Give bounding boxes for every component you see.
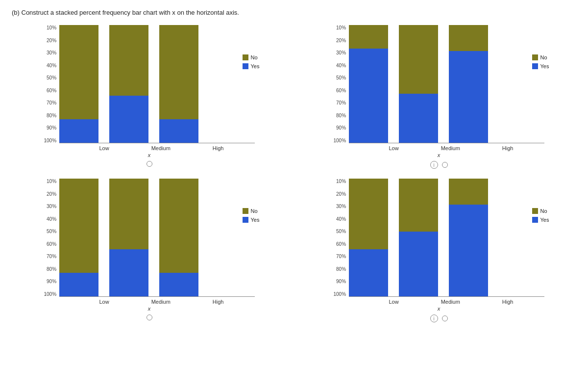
y-label-100: 100% (44, 138, 57, 143)
radio-btn-1[interactable] (147, 161, 152, 167)
bottom-controls-1 (147, 161, 152, 167)
bar-yes-medium-1 (109, 96, 148, 143)
bars-with-axis-1 (59, 25, 254, 143)
legend-no-label-3: No (251, 208, 258, 214)
bottom-controls-2: i (430, 161, 448, 169)
legend-yes-box-2 (532, 63, 538, 69)
bar-yes-high-3 (159, 273, 198, 296)
legend-4: No Yes (532, 208, 549, 223)
bars-container-4 (349, 179, 544, 296)
bars-container-1 (59, 25, 254, 143)
bar-medium-4 (399, 179, 438, 296)
legend-no-box-2 (532, 54, 538, 60)
x-label-high-4: High (502, 299, 514, 305)
y-label-90: 90% (44, 126, 57, 131)
legend-1: No Yes (243, 54, 260, 69)
bar-no-high-2 (449, 25, 488, 51)
chart-bottom-left: 100% 90% 80% 70% 60% 50% 40% 30% 20% 10% (12, 179, 287, 322)
legend-no-box-3 (243, 208, 248, 214)
radio-btn-4[interactable] (442, 315, 448, 321)
x-label-medium-1: Medium (151, 145, 171, 151)
legend-no-3: No (243, 208, 260, 214)
x-label-high-2: High (502, 145, 514, 151)
x-label-medium-2: Medium (441, 145, 460, 151)
bar-no-high-1 (159, 25, 198, 119)
bars-with-axis-3 (59, 179, 254, 297)
axis-line-4 (349, 296, 544, 297)
legend-yes-box-4 (532, 217, 538, 223)
bars-container-2 (349, 25, 544, 143)
x-label-low-4: Low (389, 299, 399, 305)
legend-no-label-4: No (540, 208, 547, 214)
bar-low-1 (59, 25, 98, 143)
bar-no-low-2 (349, 25, 388, 49)
bar-no-high-3 (159, 179, 198, 273)
x-label-high-3: High (213, 299, 224, 305)
legend-yes-box-3 (243, 217, 248, 223)
x-label-medium-3: Medium (151, 299, 171, 305)
x-axis-labels-3: Low Medium High (78, 299, 245, 305)
y-axis-1: 100% 90% 80% 70% 60% 50% 40% 30% 20% 10% (44, 26, 57, 143)
bar-yes-low-4 (349, 249, 388, 296)
legend-no-box-1 (243, 54, 248, 60)
x-label-high-1: High (213, 145, 224, 151)
bar-no-low-4 (349, 179, 388, 249)
legend-yes-3: Yes (243, 217, 260, 223)
legend-2: No Yes (532, 54, 549, 69)
x-axis-labels-2: Low Medium High (368, 145, 535, 151)
y-label-70: 70% (44, 101, 57, 105)
legend-yes-label-3: Yes (251, 217, 260, 223)
legend-yes-4: Yes (532, 217, 549, 223)
page-title: (b) Construct a stacked percent frequenc… (12, 9, 576, 16)
x-axis-labels-1: Low Medium High (78, 145, 245, 151)
legend-no-2: No (532, 54, 549, 60)
chart-top-left: 100% 90% 80% 70% 60% 50% 40% 30% 20% 10% (12, 25, 287, 169)
x-axis-labels-4: Low Medium High (368, 299, 535, 305)
bar-no-medium-3 (109, 179, 148, 249)
radio-btn-2[interactable] (442, 162, 448, 168)
axis-line-3 (59, 296, 254, 297)
bar-no-medium-4 (399, 179, 438, 232)
bar-high-4 (449, 179, 488, 296)
legend-no-box-4 (532, 208, 538, 214)
bar-low-2 (349, 25, 388, 143)
bar-yes-medium-4 (399, 232, 438, 296)
bar-yes-high-2 (449, 51, 488, 143)
bar-high-3 (159, 179, 198, 296)
axis-line-2 (349, 143, 544, 143)
bar-medium-3 (109, 179, 148, 296)
info-circle-2[interactable]: i (430, 161, 438, 169)
bar-high-2 (449, 25, 488, 143)
bottom-controls-3 (147, 315, 152, 320)
bottom-controls-4: i (430, 315, 448, 322)
x-label-low-2: Low (389, 145, 399, 151)
y-label-20: 20% (44, 38, 57, 43)
bar-yes-low-3 (59, 273, 98, 296)
legend-yes-box-1 (243, 63, 248, 69)
bar-yes-medium-2 (399, 94, 438, 143)
chart-area-4: 100% 90% 80% 70% 60% 50% 40% 30% 20% 10% (334, 179, 544, 297)
legend-no-4: No (532, 208, 549, 214)
x-axis-title-2: x (438, 152, 441, 158)
axis-line-1 (59, 143, 254, 143)
x-axis-title-1: x (148, 152, 151, 158)
y-label-50: 50% (44, 76, 57, 80)
bars-with-axis-2 (349, 25, 544, 143)
y-label-60: 60% (44, 88, 57, 93)
chart-area-1: 100% 90% 80% 70% 60% 50% 40% 30% 20% 10% (44, 25, 255, 143)
legend-no-1: No (243, 54, 260, 60)
x-axis-title-3: x (148, 306, 151, 312)
bar-no-low-1 (59, 25, 98, 119)
y-label-40: 40% (44, 63, 57, 68)
legend-no-label-1: No (251, 54, 258, 60)
bars-with-axis-4 (349, 179, 544, 297)
info-circle-4[interactable]: i (430, 315, 438, 322)
legend-yes-label-4: Yes (540, 217, 549, 223)
bar-yes-medium-3 (109, 249, 148, 296)
chart-area-2: 100% 90% 80% 70% 60% 50% 40% 30% 20% 10% (334, 25, 544, 143)
legend-yes-label-2: Yes (540, 63, 549, 69)
radio-btn-3[interactable] (147, 315, 152, 320)
bar-no-medium-2 (399, 25, 438, 94)
bar-yes-high-1 (159, 119, 198, 143)
bar-high-1 (159, 25, 198, 143)
